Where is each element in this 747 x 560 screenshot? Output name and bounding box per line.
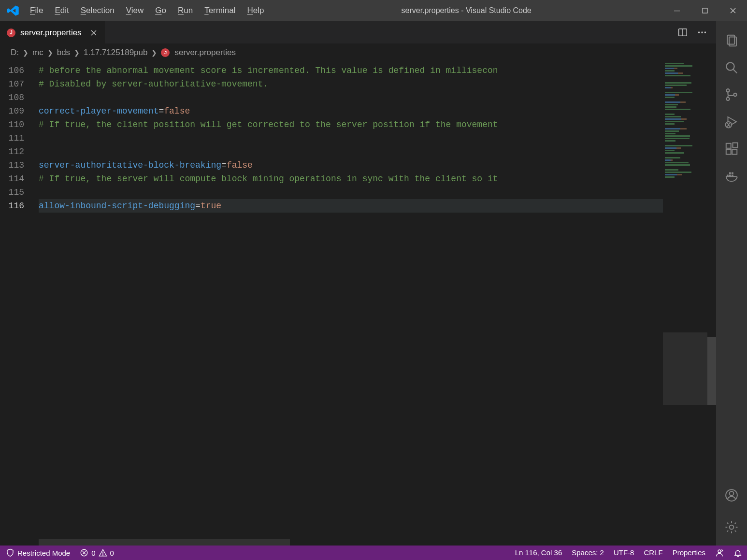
status-restricted-label: Restricted Mode [17,549,70,557]
svg-rect-18 [732,149,737,154]
search-icon[interactable] [716,54,747,81]
explorer-icon[interactable] [716,27,747,54]
svg-rect-17 [726,149,731,154]
chevron-right-icon: ❯ [22,49,29,57]
status-restricted-mode[interactable]: Restricted Mode [0,546,75,560]
status-feedback-icon[interactable] [710,548,729,557]
svg-rect-0 [674,11,680,11]
svg-point-11 [726,89,729,92]
tab-close-button[interactable] [89,29,98,37]
status-bar: Restricted Mode 0 0 Ln 116, Col 36 Space… [0,546,747,560]
svg-point-4 [698,31,700,33]
status-problems[interactable]: 0 0 [75,546,119,560]
status-cursor-position[interactable]: Ln 116, Col 36 [510,548,567,557]
extensions-icon[interactable] [716,135,747,162]
svg-point-5 [701,31,703,33]
run-debug-icon[interactable] [716,108,747,135]
code-content[interactable]: # before the abnormal movement score is … [39,62,663,546]
split-editor-icon[interactable] [677,27,688,38]
svg-line-10 [733,70,737,73]
chevron-right-icon: ❯ [150,49,158,57]
breadcrumb-segment[interactable]: server.properties [174,48,236,57]
minimap-slider[interactable] [663,332,707,405]
svg-point-9 [726,62,734,70]
breadcrumb-segment[interactable]: mc [32,48,43,57]
breadcrumb-segment[interactable]: 1.17.7125189pub [84,48,147,57]
window-title: server.properties - Visual Studio Code [270,6,663,15]
settings-gear-icon[interactable] [716,514,747,541]
tab-bar: J server.properties [0,21,716,43]
minimize-button[interactable] [663,0,691,21]
menu-edit[interactable]: Edit [49,0,74,21]
horizontal-scrollbar-thumb[interactable] [39,539,290,546]
breadcrumb-segment[interactable]: bds [57,48,70,57]
editor[interactable]: 106107108109110111112113114115116 # befo… [0,62,716,546]
breadcrumb[interactable]: D: ❯ mc ❯ bds ❯ 1.17.7125189pub ❯ J serv… [0,43,716,62]
svg-point-13 [733,93,736,96]
chevron-right-icon: ❯ [73,49,81,57]
scrollbar-thumb[interactable] [707,337,716,405]
status-language-mode[interactable]: Properties [668,548,710,557]
chevron-right-icon: ❯ [46,49,54,57]
svg-point-27 [730,525,734,530]
menu-view[interactable]: View [120,0,150,21]
accounts-icon[interactable] [716,482,747,509]
menu-help[interactable]: Help [241,0,270,21]
status-warning-count: 0 [110,549,114,557]
menu-selection[interactable]: Selection [75,0,120,21]
status-eol[interactable]: CRLF [639,548,667,557]
svg-point-30 [102,555,103,555]
menu-go[interactable]: Go [149,0,172,21]
svg-point-6 [704,31,706,33]
svg-rect-16 [726,144,731,148]
svg-point-31 [718,550,721,553]
vscode-logo-icon [7,4,19,17]
close-button[interactable] [719,0,747,21]
svg-point-26 [730,491,734,496]
svg-rect-1 [703,8,707,13]
svg-rect-19 [733,143,738,148]
docker-icon[interactable] [716,162,747,189]
maximize-button[interactable] [691,0,719,21]
menu-bar: File Edit Selection View Go Run Terminal… [24,0,270,21]
menu-run[interactable]: Run [172,0,199,21]
tab-label: server.properties [20,28,82,38]
menu-file[interactable]: File [24,0,49,21]
properties-file-icon: J [161,48,170,57]
breadcrumb-segment[interactable]: D: [11,48,19,57]
more-actions-icon[interactable] [697,27,707,38]
svg-rect-24 [732,172,733,174]
window-controls [663,0,747,21]
svg-point-12 [726,98,729,101]
line-number-gutter: 106107108109110111112113114115116 [0,62,39,546]
svg-rect-23 [729,172,731,174]
source-control-icon[interactable] [716,81,747,108]
activity-bar [716,21,747,546]
status-notifications-icon[interactable] [729,548,747,557]
tab-server-properties[interactable]: J server.properties [0,21,105,43]
menu-terminal[interactable]: Terminal [199,0,241,21]
vertical-scrollbar[interactable] [707,62,716,546]
properties-file-icon: J [7,29,15,37]
status-indentation[interactable]: Spaces: 2 [567,548,609,557]
title-bar: File Edit Selection View Go Run Terminal… [0,0,747,21]
minimap[interactable] [663,62,707,546]
status-encoding[interactable]: UTF-8 [609,548,639,557]
status-error-count: 0 [91,549,95,557]
